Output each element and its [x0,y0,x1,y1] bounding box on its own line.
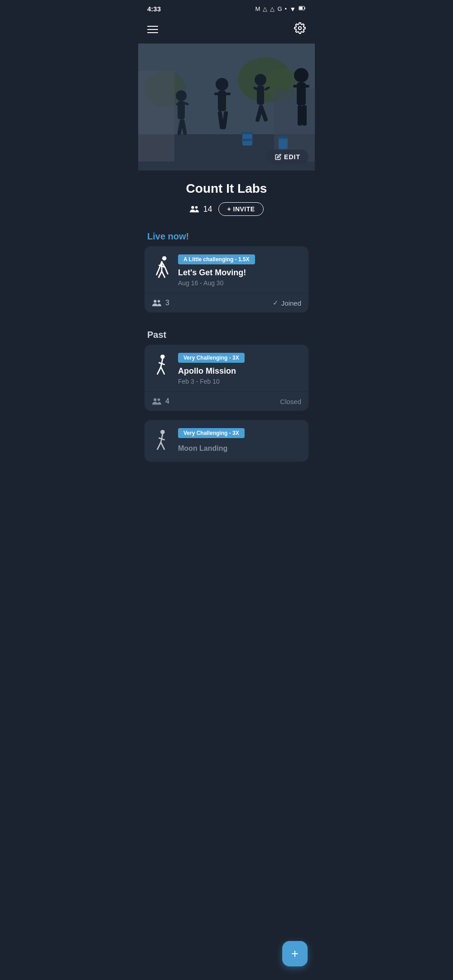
member-count: 14 [189,205,212,214]
svg-point-41 [195,206,198,209]
svg-rect-36 [241,132,253,134]
activity-icon [152,254,172,282]
difficulty-badge-past-1: Very Challenging - 3X [178,353,245,363]
svg-rect-32 [303,85,309,88]
invite-label: + INVITE [227,205,255,213]
settings-button[interactable] [294,22,306,37]
past-section-label: Past [138,322,315,345]
svg-point-49 [158,399,160,401]
svg-rect-34 [302,105,307,126]
challenge-title-past-2: Moon Landing [178,444,301,453]
svg-rect-20 [224,93,231,95]
svg-point-48 [154,398,156,401]
closed-status: Closed [280,398,301,405]
challenge-title-past-1: Apollo Mission [178,366,301,376]
activity-icon-past-2 [152,428,172,455]
alert-icon-1: △ [263,5,267,12]
participants-icon-past-1 [152,397,162,405]
challenge-dates-past-1: Feb 3 - Feb 10 [178,378,301,385]
joined-label-text: Joined [281,299,301,307]
profile-section: Count It Labs 14 + INVITE [138,171,315,223]
svg-rect-19 [214,93,221,95]
participant-count-value: 3 [165,299,169,307]
svg-rect-33 [298,105,302,126]
participants-icon [152,299,162,307]
svg-point-29 [294,68,308,83]
add-icon: + [291,946,299,961]
svg-point-46 [160,354,164,358]
svg-rect-31 [293,85,299,88]
activity-icon-past-1 [152,353,172,380]
card-info: A Little challenging - 1.5X Let's Get Mo… [178,254,301,287]
challenge-dates: Aug 16 - Aug 30 [178,279,301,287]
edit-button[interactable]: EDIT [267,150,308,164]
card-body: A Little challenging - 1.5X Let's Get Mo… [145,246,308,293]
status-time: 4:33 [147,5,161,13]
hero-banner: EDIT [138,44,315,171]
participant-count-value-past-1: 4 [165,397,169,405]
svg-rect-2 [304,8,305,9]
live-section-label: Live now! [138,223,315,246]
svg-rect-37 [241,139,253,141]
difficulty-badge-past-2: Very Challenging - 3X [178,428,245,438]
svg-rect-39 [278,137,289,139]
card-footer: 3 ✓ Joined [145,293,308,312]
member-row: 14 + INVITE [147,202,306,216]
card-info-past-1: Very Challenging - 3X Apollo Mission Feb… [178,353,301,385]
svg-rect-9 [138,71,174,161]
live-challenge-card[interactable]: A Little challenging - 1.5X Let's Get Mo… [145,246,308,312]
svg-point-40 [192,206,194,209]
status-bar: 4:33 M △ △ G • ▼ [138,0,315,15]
participant-count: 3 [152,299,169,307]
difficulty-badge: A Little challenging - 1.5X [178,254,255,264]
svg-point-50 [160,429,164,434]
alert-icon-2: △ [270,5,275,12]
app-header [138,15,315,44]
card-body-past-2: Very Challenging - 3X Moon Landing [145,420,308,462]
google-icon: G [277,5,282,12]
wifi-icon: ▼ [289,5,296,13]
svg-rect-1 [299,7,303,10]
member-count-value: 14 [203,205,212,214]
invite-button[interactable]: + INVITE [218,202,263,216]
dot-icon: • [285,5,287,12]
joined-status: ✓ Joined [273,299,301,307]
svg-point-44 [154,300,156,302]
add-button[interactable]: + [282,941,308,966]
svg-point-45 [158,300,160,303]
participant-count-past-1: 4 [152,397,169,405]
challenge-title: Let's Get Moving! [178,268,301,278]
svg-point-11 [176,90,187,101]
past-challenge-card-1[interactable]: Very Challenging - 3X Apollo Mission Feb… [145,345,308,411]
svg-point-42 [162,256,166,260]
edit-label: EDIT [284,153,300,161]
past-challenge-card-2-partial[interactable]: Very Challenging - 3X Moon Landing [145,420,308,462]
card-footer-past-1: 4 Closed [145,391,308,411]
status-icons: M △ △ G • ▼ [255,5,306,13]
check-icon: ✓ [273,299,279,307]
svg-point-3 [299,27,302,30]
battery-icon [299,5,306,13]
svg-point-23 [255,74,266,86]
menu-button[interactable] [147,26,158,33]
card-body-past-1: Very Challenging - 3X Apollo Mission Feb… [145,345,308,391]
people-icon [189,205,199,213]
mail-icon: M [255,5,260,12]
gym-name: Count It Labs [147,181,306,196]
svg-point-17 [216,78,228,91]
card-info-past-2: Very Challenging - 3X Moon Landing [178,428,301,454]
